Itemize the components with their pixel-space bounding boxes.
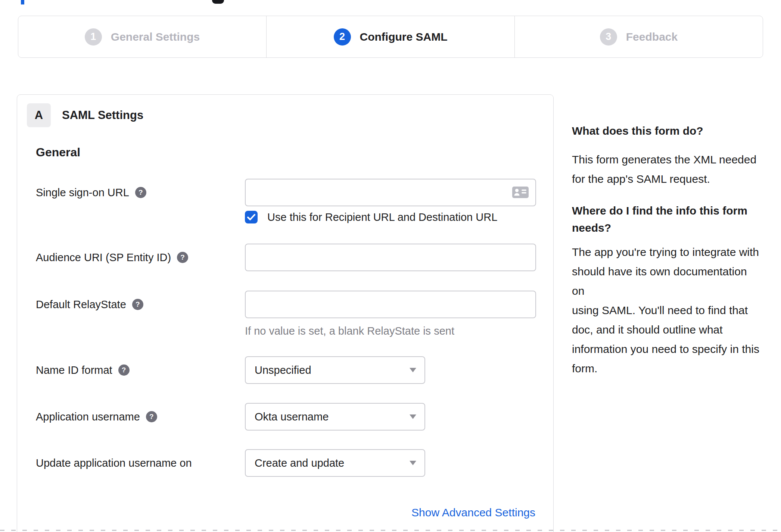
- sso-url-input[interactable]: [245, 179, 536, 206]
- relaystate-input-wrap: [245, 291, 536, 318]
- name-id-format-label: Name ID format: [36, 364, 112, 376]
- dark-logo-fragment: [212, 0, 224, 4]
- chevron-down-icon: [410, 368, 416, 372]
- sso-url-label: Single sign-on URL: [36, 187, 129, 199]
- recipient-url-checkbox-row: Use this for Recipient URL and Destinati…: [245, 211, 535, 223]
- audience-uri-row: Audience URI (SP Entity ID) ?: [36, 244, 535, 271]
- general-heading: General: [36, 145, 535, 159]
- audience-uri-label-wrap: Audience URI (SP Entity ID) ?: [36, 244, 245, 271]
- step-feedback[interactable]: 3 Feedback: [514, 16, 763, 57]
- checkmark-icon: [247, 214, 255, 220]
- sidebar-question-2: Where do I find the info this form needs…: [572, 202, 760, 237]
- sidebar-question-1: What does this form do?: [572, 122, 760, 140]
- panel-title: SAML Settings: [62, 109, 143, 122]
- audience-uri-label: Audience URI (SP Entity ID): [36, 251, 171, 264]
- update-username-row: Update application username on Create an…: [36, 449, 535, 477]
- sidebar-answer-2: The app you're trying to integrate with …: [572, 242, 760, 378]
- relaystate-input[interactable]: [245, 291, 536, 318]
- sso-url-input-wrap: [245, 179, 536, 206]
- update-username-select[interactable]: Create and update: [245, 449, 425, 477]
- relaystate-hint: If no value is set, a blank RelayState i…: [245, 325, 535, 337]
- application-username-label: Application username: [36, 411, 140, 423]
- section-header: A SAML Settings: [27, 95, 535, 127]
- chevron-down-icon: [410, 414, 416, 419]
- step-general-settings[interactable]: 1 General Settings: [18, 16, 266, 57]
- advanced-settings-row: Show Advanced Settings: [36, 506, 535, 519]
- step-configure-saml[interactable]: 2 Configure SAML: [266, 16, 514, 57]
- wizard-stepper: 1 General Settings 2 Configure SAML 3 Fe…: [18, 16, 763, 58]
- question-mark-icon[interactable]: ?: [118, 364, 130, 376]
- application-username-label-wrap: Application username ?: [36, 403, 245, 431]
- question-mark-icon[interactable]: ?: [177, 252, 188, 263]
- step-2-circle: 2: [334, 28, 351, 46]
- step-3-circle: 3: [600, 28, 617, 46]
- step-1-circle: 1: [85, 28, 102, 46]
- application-username-value: Okta username: [255, 411, 329, 423]
- blue-bar-fragment: [21, 0, 24, 4]
- sso-url-row: Single sign-on URL ?: [36, 179, 535, 206]
- section-a-badge: A: [27, 103, 51, 127]
- sidebar-answer-1: This form generates the XML needed for t…: [572, 150, 760, 189]
- relaystate-row: Default RelayState ?: [36, 291, 535, 318]
- address-card-icon: [512, 187, 529, 198]
- question-mark-icon[interactable]: ?: [132, 299, 143, 310]
- relaystate-label-wrap: Default RelayState ?: [36, 291, 245, 318]
- relaystate-label: Default RelayState: [36, 298, 126, 311]
- name-id-format-row: Name ID format ? Unspecified: [36, 356, 535, 384]
- show-advanced-settings-link[interactable]: Show Advanced Settings: [411, 506, 535, 519]
- name-id-format-value: Unspecified: [255, 364, 311, 376]
- application-username-select[interactable]: Okta username: [245, 403, 425, 431]
- saml-form: Single sign-on URL ? Use: [36, 179, 535, 519]
- update-username-label: Update application username on: [36, 457, 192, 469]
- audience-uri-input[interactable]: [245, 244, 536, 271]
- step-2-label: Configure SAML: [360, 31, 448, 43]
- question-mark-icon[interactable]: ?: [135, 187, 146, 198]
- step-3-label: Feedback: [626, 31, 678, 43]
- step-1-label: General Settings: [111, 31, 200, 43]
- name-id-format-label-wrap: Name ID format ?: [36, 356, 245, 384]
- saml-settings-panel: A SAML Settings General Single sign-on U…: [17, 94, 554, 532]
- update-username-value: Create and update: [255, 457, 344, 469]
- dashed-separator: [0, 530, 781, 531]
- recipient-url-checkbox[interactable]: [245, 211, 258, 223]
- sso-url-label-wrap: Single sign-on URL ?: [36, 179, 245, 206]
- application-username-row: Application username ? Okta username: [36, 403, 535, 431]
- help-sidebar: What does this form do? This form genera…: [572, 122, 760, 378]
- audience-uri-input-wrap: [245, 244, 536, 271]
- name-id-format-select[interactable]: Unspecified: [245, 356, 425, 384]
- recipient-url-checkbox-label: Use this for Recipient URL and Destinati…: [267, 211, 497, 223]
- chevron-down-icon: [410, 461, 416, 465]
- update-username-label-wrap: Update application username on: [36, 449, 245, 477]
- question-mark-icon[interactable]: ?: [146, 411, 157, 422]
